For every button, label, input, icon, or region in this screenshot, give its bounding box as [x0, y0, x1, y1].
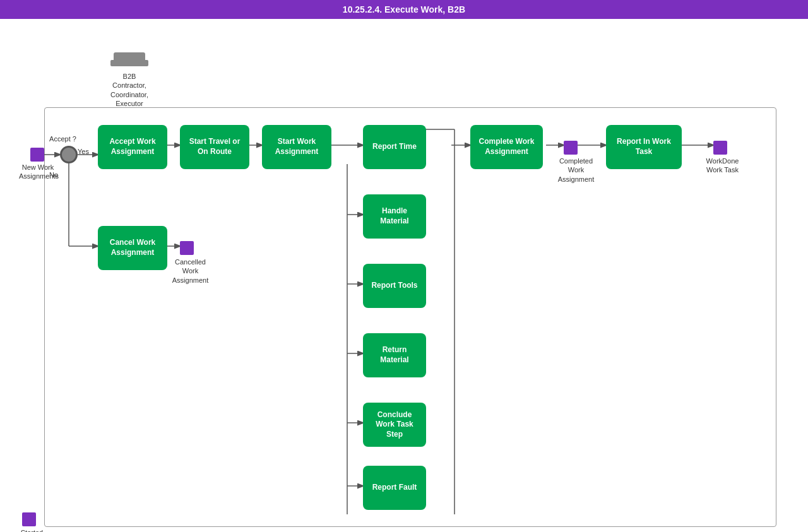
handle-material-box[interactable]: Handle Material	[363, 194, 426, 239]
actor-hat-icon	[110, 47, 148, 69]
pool-border	[44, 107, 776, 527]
new-work-assignments-event	[30, 148, 44, 162]
work-done-work-task-event	[713, 141, 727, 155]
accept-work-assignment-box[interactable]: Accept Work Assignment	[98, 125, 167, 169]
yes-label: Yes	[78, 147, 89, 156]
cancelled-work-assignment-label: CancelledWorkAssignment	[167, 257, 214, 285]
work-done-work-task-label: WorkDoneWork Task	[702, 157, 743, 175]
conclude-work-task-step-box[interactable]: Conclude Work Task Step	[363, 403, 426, 447]
start-work-assignment-box[interactable]: Start Work Assignment	[262, 125, 331, 169]
svg-rect-1	[110, 60, 148, 66]
report-fault-box[interactable]: Report Fault	[363, 466, 426, 510]
gateway-label: Accept ?	[45, 134, 80, 143]
cancelled-work-assignment-event	[180, 241, 194, 255]
actor-container: B2BContractor,Coordinator,Executor	[104, 47, 155, 108]
actor-label: B2BContractor,Coordinator,Executor	[110, 72, 148, 108]
gateway-diamond	[60, 146, 78, 163]
start-travel-box[interactable]: Start Travel or On Route	[180, 125, 249, 169]
return-material-box[interactable]: Return Material	[363, 333, 426, 377]
diagram-area: B2BContractor,Coordinator,Executor	[0, 19, 808, 532]
started-work-task-event	[22, 512, 36, 526]
header-bar: 10.25.2.4. Execute Work, B2B	[0, 0, 808, 19]
completed-work-assignment-event	[564, 141, 578, 155]
complete-work-assignment-box[interactable]: Complete Work Assignment	[470, 125, 543, 169]
report-tools-box[interactable]: Report Tools	[363, 264, 426, 308]
started-work-task-label: StartedWork Task	[11, 528, 52, 532]
report-time-box[interactable]: Report Time	[363, 125, 426, 169]
cancel-work-assignment-box[interactable]: Cancel Work Assignment	[98, 226, 167, 270]
no-label: No	[49, 170, 58, 179]
completed-work-assignment-label: CompletedWorkAssignment	[552, 157, 600, 184]
header-title: 10.25.2.4. Execute Work, B2B	[343, 4, 465, 15]
report-in-work-task-box[interactable]: Report In Work Task	[606, 125, 682, 169]
